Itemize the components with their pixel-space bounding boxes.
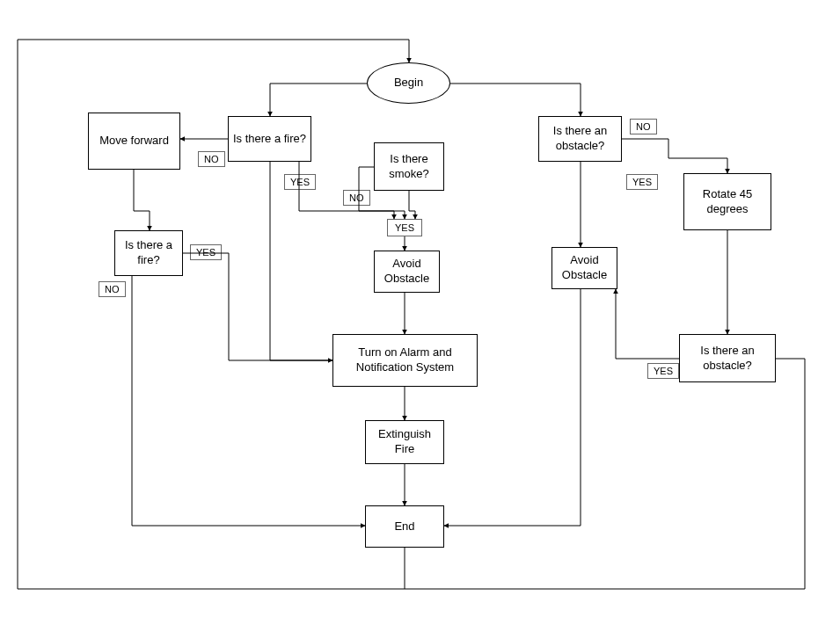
node-obstacle-2: Is there an obstacle? [679, 334, 776, 382]
node-begin: Begin [367, 62, 450, 104]
label-yes-obstacle1: YES [626, 174, 658, 190]
node-alarm-text: Turn on Alarm and Notification System [337, 345, 473, 375]
node-avoid-2: Avoid Obstacle [551, 247, 617, 289]
node-avoid-1-text: Avoid Obstacle [378, 257, 435, 287]
node-avoid-1: Avoid Obstacle [374, 251, 440, 293]
label-yes-fire1: YES [284, 174, 316, 190]
node-end-text: End [394, 519, 414, 534]
node-move-forward-text: Move forward [99, 134, 169, 149]
node-avoid-2-text: Avoid Obstacle [556, 253, 613, 283]
node-fire-2: Is there a fire? [114, 230, 183, 276]
label-no-fire2: NO [99, 281, 126, 297]
node-smoke: Is there smoke? [374, 142, 444, 191]
node-alarm: Turn on Alarm and Notification System [332, 334, 478, 387]
label-no-smoke: NO [343, 190, 370, 206]
label-yes-merge: YES [387, 219, 422, 236]
node-obstacle-1-text: Is there an obstacle? [543, 124, 617, 154]
node-fire-1-text: Is there a fire? [233, 132, 306, 147]
node-rotate: Rotate 45 degrees [683, 173, 771, 230]
node-extinguish: Extinguish Fire [365, 420, 444, 464]
node-extinguish-text: Extinguish Fire [369, 427, 440, 457]
node-fire-2-text: Is there a fire? [119, 238, 179, 268]
label-no-obstacle1: NO [630, 119, 657, 134]
label-yes-obstacle2: YES [647, 363, 679, 379]
node-begin-text: Begin [394, 76, 423, 91]
node-obstacle-2-text: Is there an obstacle? [683, 344, 771, 374]
label-yes-fire2: YES [190, 244, 222, 260]
node-move-forward: Move forward [88, 113, 180, 170]
node-obstacle-1: Is there an obstacle? [538, 116, 622, 162]
node-end: End [365, 505, 444, 548]
node-smoke-text: Is there smoke? [378, 152, 440, 182]
label-yes-merge-text: YES [395, 222, 414, 233]
node-rotate-text: Rotate 45 degrees [688, 187, 767, 217]
node-fire-1: Is there a fire? [228, 116, 311, 162]
label-no-fire1: NO [198, 151, 225, 167]
